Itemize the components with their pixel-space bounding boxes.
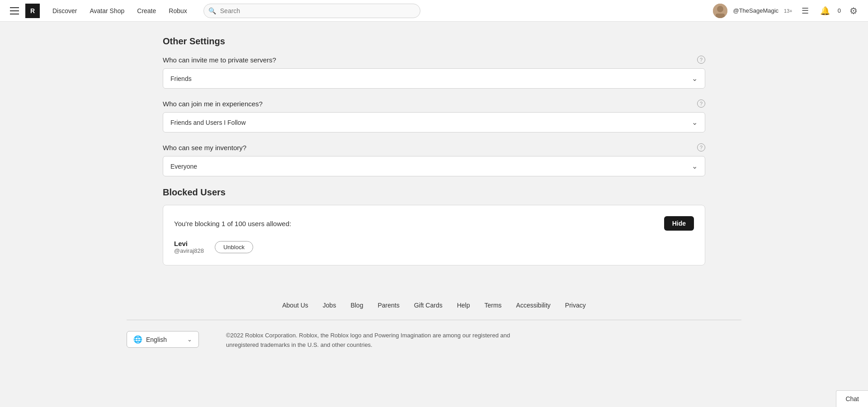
chevron-down-icon-3: ⌄ [692,162,698,170]
blocked-user-handle: @aviraj828 [174,247,204,254]
setting-inventory: Who can see my inventory? ? Everyone ⌄ [163,143,705,176]
footer: About Us Jobs Blog Parents Gift Cards He… [0,284,868,364]
notifications-button[interactable]: 🔔 [818,4,832,18]
nav-links: Discover Avatar Shop Create Robux [47,5,193,17]
blocked-user-name: Levi [174,240,204,247]
setting-label-2: Who can join me in experiences? ? [163,99,705,108]
language-selector[interactable]: 🌐 English ⌄ [127,331,199,348]
search-container: 🔍 [203,4,420,18]
footer-accessibility[interactable]: Accessibility [516,302,551,309]
svg-rect-2 [716,14,725,18]
private-servers-dropdown[interactable]: Friends ⌄ [163,68,705,89]
table-row: Levi @aviraj828 Unblock [174,240,694,254]
search-input[interactable] [203,4,420,18]
chat-button[interactable]: Chat [836,390,868,407]
search-icon: 🔍 [208,7,216,14]
age-badge: 13+ [784,8,793,14]
footer-terms[interactable]: Terms [484,302,501,309]
help-icon-3[interactable]: ? [697,143,705,151]
footer-jobs[interactable]: Jobs [323,302,336,309]
footer-copyright: ©2022 Roblox Corporation. Roblox, the Ro… [226,331,542,350]
language-label: English [146,336,167,343]
messages-button[interactable]: ☰ [798,4,812,18]
svg-point-1 [717,6,723,12]
blocked-users-title: Blocked Users [163,187,705,198]
footer-bottom: 🌐 English ⌄ ©2022 Roblox Corporation. Ro… [0,320,868,364]
footer-privacy[interactable]: Privacy [565,302,586,309]
nav-right: @TheSageMagic 13+ ☰ 🔔 0 ⚙ [713,4,861,18]
chevron-down-icon-1: ⌄ [692,74,698,83]
hamburger-button[interactable] [7,4,22,18]
blocked-users-section: Blocked Users You're blocking 1 of 100 u… [163,187,705,265]
help-icon-1[interactable]: ? [697,56,705,64]
join-experiences-dropdown[interactable]: Friends and Users I Follow ⌄ [163,112,705,133]
main-content: Other Settings Who can invite me to priv… [0,22,868,265]
navbar: R Discover Avatar Shop Create Robux 🔍 @T… [0,0,868,22]
globe-icon: 🌐 [133,335,142,344]
nav-robux[interactable]: Robux [163,5,192,17]
nav-create[interactable]: Create [132,5,161,17]
footer-about-us[interactable]: About Us [282,302,308,309]
blocked-header: You're blocking 1 of 100 users allowed: … [174,216,694,231]
nav-avatar-shop[interactable]: Avatar Shop [84,5,130,17]
blocked-users-card: You're blocking 1 of 100 users allowed: … [163,205,705,265]
footer-links: About Us Jobs Blog Parents Gift Cards He… [0,302,868,320]
blocked-user-info: Levi @aviraj828 [174,240,204,254]
footer-blog[interactable]: Blog [350,302,363,309]
settings-section: Other Settings Who can invite me to priv… [163,22,705,265]
blocked-count-text: You're blocking 1 of 100 users allowed: [174,220,291,227]
setting-label-1: Who can invite me to private servers? ? [163,56,705,64]
setting-join-experiences: Who can join me in experiences? ? Friend… [163,99,705,133]
language-left: 🌐 English [133,335,167,344]
setting-label-text-1: Who can invite me to private servers? [163,56,276,64]
setting-label-3: Who can see my inventory? ? [163,143,705,151]
hide-button[interactable]: Hide [664,216,694,231]
setting-label-text-3: Who can see my inventory? [163,144,246,151]
help-icon-2[interactable]: ? [697,99,705,108]
footer-gift-cards[interactable]: Gift Cards [414,302,443,309]
inventory-dropdown[interactable]: Everyone ⌄ [163,156,705,176]
footer-help[interactable]: Help [457,302,470,309]
unblock-button[interactable]: Unblock [215,241,253,253]
username-label: @TheSageMagic [733,7,778,14]
avatar [713,4,727,18]
setting-private-servers: Who can invite me to private servers? ? … [163,56,705,89]
chevron-down-icon-2: ⌄ [692,118,698,127]
section-title: Other Settings [163,36,705,47]
roblox-logo: R [25,4,40,18]
footer-parents[interactable]: Parents [377,302,399,309]
chevron-down-icon-lang: ⌄ [187,336,192,343]
robux-count: 0 [838,7,841,14]
setting-label-text-2: Who can join me in experiences? [163,100,263,108]
nav-discover[interactable]: Discover [47,5,82,17]
settings-button[interactable]: ⚙ [846,4,861,18]
